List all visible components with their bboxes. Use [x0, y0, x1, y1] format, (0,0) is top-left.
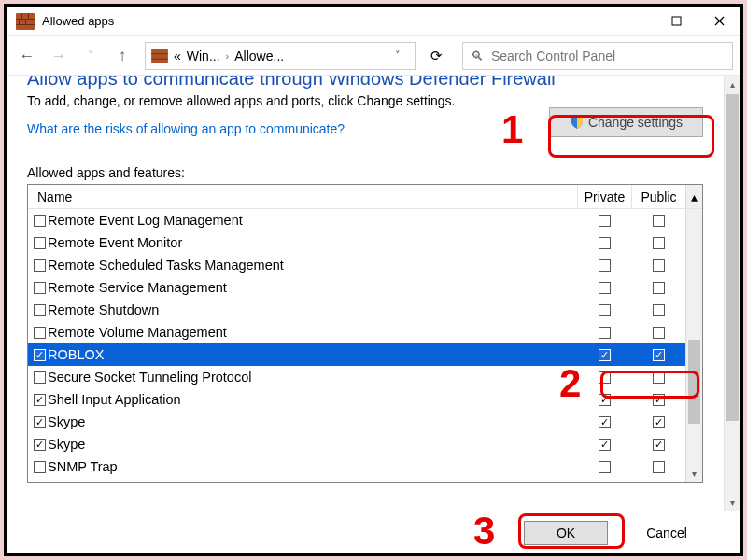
checkbox[interactable]: [34, 304, 46, 316]
svg-rect-12: [151, 53, 168, 54]
table-row[interactable]: Remote Volume Management: [28, 321, 702, 343]
minimize-button[interactable]: [612, 7, 655, 35]
window-frame: Allowed apps ← → ˅ ↑ « Win... › Allowe..…: [4, 4, 743, 556]
checkbox[interactable]: [653, 327, 665, 339]
navbar: ← → ˅ ↑ « Win... › Allowe... ˅ ⟳ 🔍︎ Sear…: [7, 36, 740, 76]
checkbox[interactable]: [599, 371, 611, 384]
table-row[interactable]: Remote Event Log Management: [28, 209, 702, 231]
svg-rect-2: [16, 24, 35, 25]
col-private[interactable]: Private: [577, 185, 631, 208]
table-row[interactable]: ✓Skype✓✓: [28, 411, 702, 433]
close-button[interactable]: [698, 7, 740, 35]
checkbox[interactable]: [599, 259, 611, 272]
svg-rect-5: [19, 19, 20, 24]
change-settings-label: Change settings: [588, 115, 683, 130]
checkbox[interactable]: [34, 282, 46, 294]
app-name: Remote Service Management: [48, 280, 227, 295]
checkbox[interactable]: [599, 237, 611, 249]
checkbox[interactable]: ✓: [34, 416, 46, 428]
svg-rect-11: [151, 49, 168, 63]
checkbox[interactable]: [34, 327, 46, 339]
titlebar: Allowed apps: [7, 7, 740, 36]
firewall-icon: [16, 13, 35, 30]
checkbox[interactable]: [653, 304, 665, 316]
scroll-up-icon[interactable]: ▴: [725, 76, 740, 92]
checkbox[interactable]: ✓: [34, 439, 46, 451]
col-name[interactable]: Name: [28, 189, 577, 204]
address-bar[interactable]: « Win... › Allowe... ˅: [145, 42, 416, 70]
checkbox[interactable]: [34, 259, 46, 272]
list-scrollbar-thumb[interactable]: [688, 340, 700, 424]
checkbox[interactable]: ✓: [599, 439, 611, 451]
change-settings-button[interactable]: Change settings: [549, 107, 703, 137]
search-placeholder: Search Control Panel: [491, 49, 615, 63]
breadcrumb-seg2[interactable]: Allowe...: [234, 49, 284, 63]
list-scroll-up[interactable]: ▴: [685, 185, 702, 208]
checkbox[interactable]: [599, 215, 611, 227]
col-public[interactable]: Public: [631, 185, 685, 208]
refresh-button[interactable]: ⟳: [421, 42, 451, 70]
app-name: Secure Socket Tunneling Protocol: [48, 370, 251, 385]
scroll-down-icon[interactable]: ▾: [725, 494, 740, 511]
table-row[interactable]: Secure Socket Tunneling Protocol: [28, 366, 702, 388]
recent-dropdown[interactable]: ˅: [78, 43, 104, 69]
breadcrumb-seg1[interactable]: Win...: [187, 49, 220, 63]
checkbox[interactable]: ✓: [34, 394, 46, 406]
checkbox[interactable]: [653, 215, 665, 227]
checkbox[interactable]: [599, 327, 611, 339]
search-input[interactable]: 🔍︎ Search Control Panel: [462, 42, 733, 70]
table-row[interactable]: ✓Shell Input Application✓✓: [28, 388, 702, 411]
table-row[interactable]: Remote Shutdown: [28, 299, 702, 321]
table-row[interactable]: Remote Service Management: [28, 276, 702, 299]
page-scrollbar[interactable]: ▴ ▾: [724, 76, 740, 511]
checkbox[interactable]: [653, 237, 665, 249]
checkbox[interactable]: ✓: [653, 439, 665, 451]
checkbox[interactable]: [34, 371, 46, 384]
svg-rect-13: [151, 58, 168, 59]
app-name: Skype: [48, 437, 85, 452]
app-name: ROBLOX: [48, 347, 104, 362]
page-helptext: To add, change, or remove allowed apps a…: [27, 93, 703, 108]
checkbox[interactable]: ✓: [599, 349, 611, 361]
checkbox[interactable]: [653, 371, 665, 384]
list-label: Allowed apps and features:: [27, 165, 703, 180]
table-row[interactable]: SNMP Trap: [28, 455, 702, 478]
checkbox[interactable]: ✓: [653, 416, 665, 428]
forward-button[interactable]: →: [46, 43, 72, 69]
checkbox[interactable]: ✓: [599, 416, 611, 428]
list-scrollbar[interactable]: ▾: [685, 209, 702, 482]
checkbox[interactable]: [34, 461, 46, 473]
svg-rect-8: [672, 17, 681, 25]
cancel-button[interactable]: Cancel: [625, 521, 709, 545]
list-scroll-down[interactable]: ▾: [686, 465, 702, 482]
checkbox[interactable]: ✓: [34, 349, 46, 361]
table-row[interactable]: ✓Skype✓✓: [28, 433, 702, 455]
back-button[interactable]: ←: [14, 43, 40, 69]
page-scrollbar-thumb[interactable]: [726, 94, 739, 421]
checkbox[interactable]: [599, 461, 611, 473]
window-title: Allowed apps: [42, 14, 612, 28]
checkbox[interactable]: [34, 215, 46, 227]
checkbox[interactable]: [653, 461, 665, 473]
checkbox[interactable]: [599, 304, 611, 316]
content-area: ▴ ▾ Allow apps to communicate through Wi…: [7, 76, 740, 511]
app-name: Remote Scheduled Tasks Management: [48, 258, 284, 273]
checkbox[interactable]: ✓: [653, 349, 665, 361]
checkbox[interactable]: [653, 282, 665, 294]
address-dropdown[interactable]: ˅: [387, 49, 409, 62]
checkbox[interactable]: [653, 259, 665, 272]
table-row[interactable]: ✓ROBLOX✓✓: [28, 343, 702, 366]
maximize-button[interactable]: [655, 7, 698, 35]
table-row[interactable]: Remote Scheduled Tasks Management: [28, 254, 702, 276]
checkbox[interactable]: ✓: [653, 394, 665, 406]
breadcrumb-sep: «: [174, 49, 181, 63]
svg-rect-6: [25, 19, 26, 24]
checkbox[interactable]: [34, 237, 46, 249]
ok-button[interactable]: OK: [524, 521, 608, 545]
checkbox[interactable]: ✓: [599, 394, 611, 406]
apps-listbox: Name Private Public ▴ Remote Event Log M…: [27, 184, 703, 483]
checkbox[interactable]: [599, 282, 611, 294]
table-row[interactable]: Remote Event Monitor: [28, 231, 702, 254]
up-button[interactable]: ↑: [109, 43, 135, 69]
risk-link[interactable]: What are the risks of allowing an app to…: [27, 121, 345, 136]
